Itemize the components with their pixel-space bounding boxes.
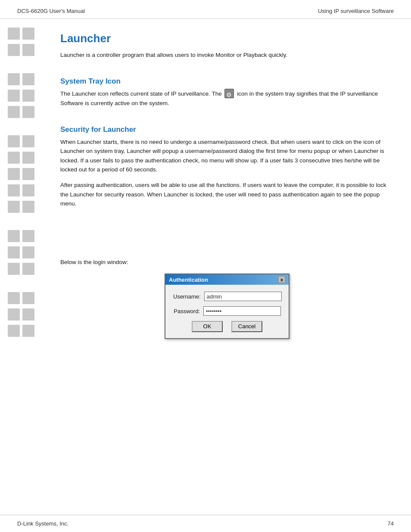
sidebar-rect [22, 184, 34, 196]
cancel-button[interactable]: Cancel [231, 321, 262, 332]
ok-button[interactable]: OK [192, 321, 223, 332]
sidebar-block-2 [8, 44, 56, 56]
surveillance-icon [224, 89, 234, 98]
sidebar-rect [8, 28, 20, 40]
sidebar-rect [8, 168, 20, 180]
sidebar-rect [22, 152, 34, 164]
sidebar-block-10 [8, 201, 56, 213]
security-title: Security for Launcher [60, 125, 394, 134]
sidebar-rect [22, 263, 34, 275]
sidebar-rect [22, 246, 34, 258]
auth-titlebar: Authentication x [165, 274, 289, 285]
auth-buttons: OK Cancel [173, 321, 281, 332]
security-para2: After passing authentication, users will… [60, 180, 394, 208]
system-tray-desc: The Launcher icon reflects current state… [60, 89, 394, 108]
password-label: Password: [173, 308, 203, 314]
sidebar [0, 19, 56, 510]
sidebar-block-5 [8, 106, 56, 118]
system-tray-title: System Tray Icon [60, 77, 394, 86]
page-layout: Launcher Launcher is a controller progra… [0, 19, 411, 510]
sidebar-rect [22, 292, 34, 304]
sidebar-rect [22, 308, 34, 320]
page-footer: D-Link Systems, Inc. 74 [0, 515, 411, 532]
sidebar-rect [22, 201, 34, 213]
sidebar-rect [22, 135, 34, 147]
username-input[interactable] [204, 292, 282, 301]
sidebar-rect [8, 135, 20, 147]
launcher-desc: Launcher is a controller program that al… [60, 50, 394, 60]
auth-dialog: Authentication x Username: Password: [165, 274, 290, 339]
sidebar-block-1 [8, 28, 56, 40]
sidebar-rect [22, 44, 34, 56]
sidebar-rect [22, 90, 34, 102]
sidebar-rect [22, 73, 34, 85]
username-label: Username: [173, 293, 204, 300]
dialog-wrapper: Authentication x Username: Password: [60, 274, 394, 339]
sidebar-rect [8, 106, 20, 118]
sidebar-block-13 [8, 263, 56, 275]
security-para1: When Launcher starts, there is no need t… [60, 137, 394, 174]
sidebar-rect [8, 292, 20, 304]
auth-body: Username: Password: OK Cancel [165, 285, 289, 338]
password-input[interactable] [203, 306, 281, 316]
sidebar-rect [8, 152, 20, 164]
dialog-close-button[interactable]: x [278, 276, 285, 283]
sidebar-rect [8, 90, 20, 102]
sidebar-block-7 [8, 152, 56, 164]
sidebar-block-15 [8, 308, 56, 320]
sidebar-rect [8, 325, 20, 337]
sidebar-rect [22, 106, 34, 118]
sidebar-rect [8, 44, 20, 56]
sidebar-rect [8, 201, 20, 213]
sidebar-block-4 [8, 90, 56, 102]
username-row: Username: [173, 292, 281, 301]
sidebar-rect [8, 73, 20, 85]
page-header: DCS-6620G User's Manual Using IP surveil… [0, 0, 411, 19]
login-window-label: Below is the login window: [60, 258, 394, 267]
sidebar-rect [22, 325, 34, 337]
sidebar-block-8 [8, 168, 56, 180]
system-tray-desc-before: The Launcher icon reflects current state… [60, 90, 222, 97]
password-row: Password: [173, 306, 281, 316]
sidebar-block-16 [8, 325, 56, 337]
sidebar-rect [8, 246, 20, 258]
close-icon: x [280, 277, 283, 282]
sidebar-rect [8, 308, 20, 320]
sidebar-rect [22, 28, 34, 40]
main-content: Launcher Launcher is a controller progra… [56, 19, 411, 510]
sidebar-block-11 [8, 230, 56, 242]
sidebar-block-14 [8, 292, 56, 304]
sidebar-block-3 [8, 73, 56, 85]
sidebar-block-9 [8, 184, 56, 196]
launcher-title: Launcher [60, 32, 394, 45]
sidebar-rect [22, 168, 34, 180]
header-left: DCS-6620G User's Manual [17, 8, 85, 14]
footer-left: D-Link Systems, Inc. [17, 520, 68, 527]
sidebar-rect [8, 263, 20, 275]
sidebar-rect [8, 230, 20, 242]
header-right: Using IP surveillance Software [318, 8, 394, 14]
footer-right: 74 [388, 520, 394, 527]
sidebar-block-6 [8, 135, 56, 147]
sidebar-rect [22, 230, 34, 242]
dialog-title: Authentication [169, 277, 208, 283]
sidebar-block-12 [8, 246, 56, 258]
sidebar-rect [8, 184, 20, 196]
